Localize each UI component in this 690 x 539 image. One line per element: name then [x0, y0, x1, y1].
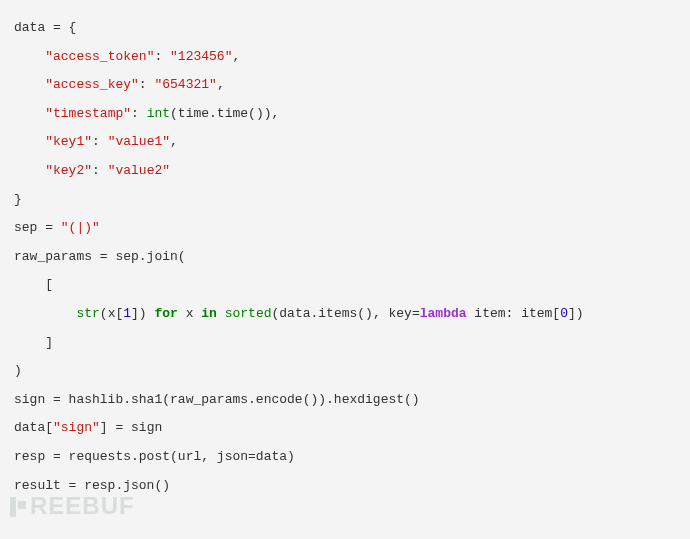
- string-token: "(|)": [61, 220, 100, 235]
- code-token: [217, 306, 225, 321]
- string-token: "key2": [45, 163, 92, 178]
- code-token: [14, 134, 45, 149]
- number-token: 0: [560, 306, 568, 321]
- code-token: :: [92, 134, 108, 149]
- code-token: ): [14, 363, 22, 378]
- code-token: [14, 77, 45, 92]
- code-token: data[: [14, 420, 53, 435]
- lambda-token: lambda: [420, 306, 467, 321]
- code-token: }: [14, 192, 22, 207]
- code-token: [: [14, 277, 53, 292]
- code-token: x: [178, 306, 201, 321]
- code-token: (data.items(), key=: [272, 306, 420, 321]
- code-token: :: [131, 106, 147, 121]
- string-token: "value2": [108, 163, 170, 178]
- code-token: :: [139, 77, 155, 92]
- code-token: sign = hashlib.sha1(raw_params.encode())…: [14, 392, 420, 407]
- code-token: :: [92, 163, 108, 178]
- string-token: "access_token": [45, 49, 154, 64]
- code-token: raw_params = sep.join(: [14, 249, 186, 264]
- code-token: ,: [232, 49, 240, 64]
- code-token: ,: [170, 134, 178, 149]
- code-token: :: [154, 49, 170, 64]
- code-token: data = {: [14, 20, 76, 35]
- code-token: ,: [217, 77, 225, 92]
- builtin-token: int: [147, 106, 170, 121]
- string-token: "sign": [53, 420, 100, 435]
- code-token: result = resp.json(): [14, 478, 170, 493]
- code-token: ]): [568, 306, 584, 321]
- builtin-token: str: [76, 306, 99, 321]
- code-token: ] = sign: [100, 420, 162, 435]
- code-token: sep =: [14, 220, 61, 235]
- number-token: 1: [123, 306, 131, 321]
- code-block: data = { "access_token": "123456", "acce…: [14, 14, 676, 500]
- code-token: (time.time()),: [170, 106, 279, 121]
- code-token: resp = requests.post(url, json=data): [14, 449, 295, 464]
- string-token: "value1": [108, 134, 170, 149]
- code-token: ]: [14, 335, 53, 350]
- code-token: item: item[: [467, 306, 561, 321]
- string-token: "key1": [45, 134, 92, 149]
- code-token: [14, 306, 76, 321]
- code-token: [14, 106, 45, 121]
- code-token: [14, 163, 45, 178]
- keyword-token: for: [154, 306, 177, 321]
- code-token: (x[: [100, 306, 123, 321]
- string-token: "timestamp": [45, 106, 131, 121]
- string-token: "654321": [154, 77, 216, 92]
- keyword-token: in: [201, 306, 217, 321]
- string-token: "123456": [170, 49, 232, 64]
- string-token: "access_key": [45, 77, 139, 92]
- code-token: [14, 49, 45, 64]
- code-token: ]): [131, 306, 154, 321]
- builtin-token: sorted: [225, 306, 272, 321]
